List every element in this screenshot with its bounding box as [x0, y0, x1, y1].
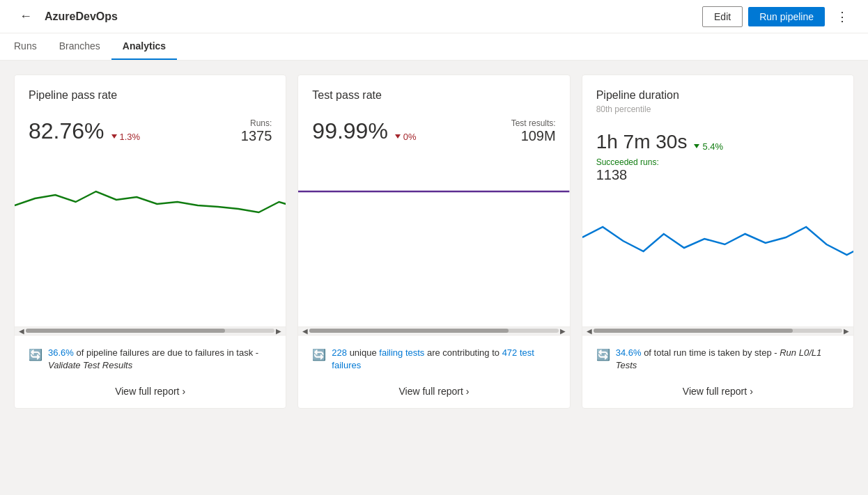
pipeline-duration-card: Pipeline duration 80th percentile 1h 7m …	[582, 74, 854, 409]
metric-value-group-3: 1h 7m 30s 5.4%	[596, 131, 723, 153]
tabs-bar: Runs Branches Analytics	[0, 33, 868, 61]
scrollbar-thumb-3	[594, 329, 793, 333]
chart-area-1	[15, 150, 286, 327]
view-report-label-2: View full report	[398, 386, 463, 397]
scrollbar-track-1	[26, 329, 274, 333]
arrow-down-icon-1	[111, 134, 117, 139]
tab-analytics[interactable]: Analytics	[111, 33, 177, 60]
card-metric-row-3: 1h 7m 30s 5.4% Succeeded runs: 1138	[596, 131, 839, 183]
secondary-value-2: 109M	[511, 128, 556, 144]
card-title-2: Test pass rate	[312, 89, 555, 102]
metric-change-text-2: 0%	[403, 132, 417, 142]
insight-link-2c[interactable]: 472 test failures	[332, 347, 534, 370]
metric-value-group-2: 99.99% 0%	[312, 118, 416, 144]
view-report-label-3: View full report	[683, 386, 747, 397]
app-title: AzureDevOps	[45, 10, 118, 23]
secondary-label-2: Test results:	[511, 118, 556, 128]
back-button[interactable]: ←	[14, 6, 38, 26]
metric-change-2: 0%	[395, 132, 417, 142]
scrollbar-3[interactable]: ◀ ▶	[582, 327, 853, 335]
chart-area-2	[298, 150, 569, 327]
scroll-right-icon-2[interactable]: ▶	[559, 327, 567, 335]
card-footer-3: 🔄 34.6% of total run time is taken by st…	[582, 335, 853, 408]
scrollbar-thumb-2	[309, 329, 509, 333]
metric-change-text-3: 5.4%	[702, 141, 723, 152]
metric-value-3: 1h 7m 30s	[596, 131, 688, 153]
scrollbar-track-2	[309, 329, 558, 333]
insight-icon-1: 🔄	[29, 347, 42, 363]
tab-branches[interactable]: Branches	[48, 33, 111, 60]
view-report-2[interactable]: View full report ›	[312, 380, 555, 397]
metric-change-text-1: 1.3%	[120, 132, 141, 142]
chart-svg-1	[15, 150, 286, 261]
chevron-right-icon-2: ›	[466, 386, 470, 397]
metric-secondary-1: Runs: 1375	[241, 118, 272, 144]
tab-runs[interactable]: Runs	[14, 33, 48, 60]
insight-link-1[interactable]: 36.6%	[48, 347, 74, 358]
insight-link-3a[interactable]: 34.6%	[616, 347, 642, 358]
metric-change-1: 1.3%	[111, 132, 141, 142]
pipeline-pass-rate-card: Pipeline pass rate 82.76% 1.3% Runs: 137…	[14, 74, 286, 409]
header-right: Edit Run pipeline ⋮	[702, 6, 854, 27]
card-footer-1: 🔄 36.6% of pipeline failures are due to …	[15, 335, 286, 408]
insight-task-1: Validate Test Results	[48, 360, 132, 370]
card-metric-row-1: 82.76% 1.3% Runs: 1375	[29, 118, 272, 144]
insight-icon-2: 🔄	[312, 347, 326, 363]
edit-button[interactable]: Edit	[702, 6, 743, 27]
scroll-left-icon-3[interactable]: ◀	[585, 327, 594, 335]
metric-value-group-1: 82.76% 1.3%	[29, 118, 140, 144]
header-left: ← AzureDevOps	[14, 6, 702, 26]
insight-3: 🔄 34.6% of total run time is taken by st…	[596, 347, 839, 372]
chevron-right-icon-1: ›	[183, 386, 186, 397]
metric-secondary-2: Test results: 109M	[511, 118, 556, 144]
card-title-1: Pipeline pass rate	[29, 89, 272, 102]
secondary-value-1: 1375	[241, 128, 272, 144]
metric-group-2: 99.99% 0%	[312, 118, 416, 144]
main-content: Pipeline pass rate 82.76% 1.3% Runs: 137…	[0, 61, 868, 423]
card-subtitle-3: 80th percentile	[596, 104, 839, 114]
scroll-left-icon-1[interactable]: ◀	[17, 327, 26, 335]
view-report-label-1: View full report	[115, 386, 179, 397]
metric-value-2: 99.99%	[312, 118, 388, 144]
scroll-right-icon-3[interactable]: ▶	[842, 327, 851, 335]
secondary-label-1: Runs:	[241, 118, 272, 128]
scrollbar-track-3	[594, 329, 842, 333]
succeeded-label: Succeeded runs:	[596, 157, 723, 167]
more-options-button[interactable]: ⋮	[830, 6, 854, 27]
scroll-right-icon-1[interactable]: ▶	[274, 327, 283, 335]
insight-task-3: Run L0/L1 Tests	[616, 347, 822, 370]
scrollbar-1[interactable]: ◀ ▶	[15, 327, 286, 335]
chart-area-3	[582, 189, 853, 327]
test-pass-rate-card: Test pass rate 99.99% 0% Test results: 1…	[297, 74, 570, 409]
card-footer-2: 🔄 228 unique failing tests are contribut…	[298, 335, 569, 408]
card-top-3: Pipeline duration 80th percentile 1h 7m …	[582, 75, 853, 189]
insight-icon-3: 🔄	[596, 347, 610, 363]
view-report-3[interactable]: View full report ›	[596, 380, 839, 397]
succeeded-row: Succeeded runs: 1138	[596, 157, 723, 183]
arrow-down-icon-2	[395, 134, 401, 139]
card-metric-row-2: 99.99% 0% Test results: 109M	[312, 118, 555, 144]
card-top-2: Test pass rate 99.99% 0% Test results: 1…	[298, 75, 569, 150]
card-top-1: Pipeline pass rate 82.76% 1.3% Runs: 137…	[15, 75, 286, 150]
chart-svg-3	[582, 189, 853, 300]
insight-text-2: 228 unique failing tests are contributin…	[332, 347, 555, 372]
card-title-3: Pipeline duration	[596, 89, 839, 102]
insight-text-1: 36.6% of pipeline failures are due to fa…	[48, 347, 272, 372]
run-pipeline-button[interactable]: Run pipeline	[748, 7, 825, 26]
metric-value-1: 82.76%	[29, 118, 104, 144]
insight-2: 🔄 228 unique failing tests are contribut…	[312, 347, 555, 372]
chevron-right-icon-3: ›	[750, 386, 753, 397]
scrollbar-2[interactable]: ◀ ▶	[298, 327, 569, 335]
scroll-left-icon-2[interactable]: ◀	[301, 327, 309, 335]
succeeded-value: 1138	[596, 167, 723, 183]
chart-svg-2	[298, 150, 569, 261]
metric-group-3: 1h 7m 30s 5.4% Succeeded runs: 1138	[596, 131, 723, 183]
insight-text-3: 34.6% of total run time is taken by step…	[616, 347, 839, 372]
metric-group-1: 82.76% 1.3%	[29, 118, 140, 144]
arrow-down-green-icon-3	[694, 144, 699, 148]
insight-1: 🔄 36.6% of pipeline failures are due to …	[29, 347, 272, 372]
insight-link-2a[interactable]: 228	[332, 347, 347, 358]
scrollbar-thumb-1	[26, 329, 225, 333]
view-report-1[interactable]: View full report ›	[29, 380, 272, 397]
insight-link-2b[interactable]: failing tests	[379, 347, 424, 358]
